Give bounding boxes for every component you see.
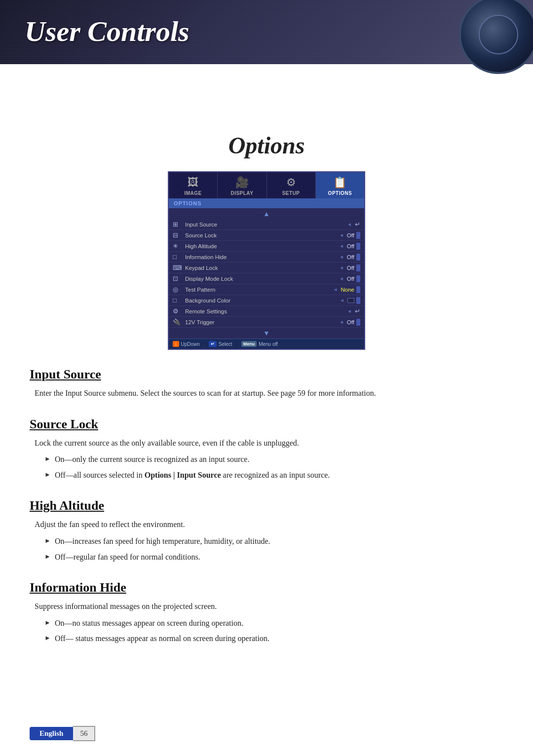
menu-row-keypad-lock[interactable]: ⌨ Keypad Lock ◄ Off — [169, 263, 364, 273]
bg-color-sep: ◄ — [340, 298, 344, 303]
select-icon: ↵ — [209, 341, 217, 347]
source-lock-body: Lock the current source as the only avai… — [35, 437, 503, 450]
menu-row-info-hide[interactable]: □ Information Hide ◄ Off — [169, 252, 364, 263]
test-pattern-indicator — [356, 286, 360, 293]
menu-section-header: OPTIONS — [169, 198, 364, 208]
info-hide-heading: Information Hide — [30, 580, 503, 595]
display-tab-icon: 🎥 — [235, 176, 249, 189]
display-tab-label: DISPLAY — [230, 190, 253, 196]
display-mode-lock-label: Display Mode Lock — [185, 276, 336, 282]
bullet-arrow-icon: ► — [44, 454, 51, 464]
input-source-sep: ◄ — [347, 222, 352, 227]
menu-footer: ↕ UpDown ↵ Select Menu Menu off — [169, 339, 364, 349]
image-tab-icon: 🖼 — [188, 176, 198, 189]
page-footer: English 56 — [0, 726, 533, 741]
input-source-icon: ⊞ — [173, 221, 183, 228]
source-lock-icon: ⊟ — [173, 231, 183, 239]
keypad-lock-label: Keypad Lock — [185, 265, 336, 271]
high-altitude-bullets: ► On—increases fan speed for high temper… — [44, 535, 503, 563]
menu-off-label: Menu off — [259, 341, 278, 347]
section-title-options: Options — [30, 132, 503, 159]
remote-settings-sep: ◄ — [347, 308, 352, 314]
info-hide-icon: □ — [173, 253, 183, 261]
menu-scroll-up[interactable]: ▲ — [169, 208, 364, 219]
list-item: ► On—no status messages appear on screen… — [44, 617, 503, 630]
12v-trigger-sep: ◄ — [339, 319, 344, 325]
page-title: User Controls — [0, 0, 533, 58]
list-item: ► On—increases fan speed for high temper… — [44, 535, 503, 548]
remote-settings-value: ↵ — [355, 307, 360, 315]
high-altitude-label: High Altitude — [185, 243, 336, 249]
display-mode-lock-icon: ⊡ — [173, 275, 183, 282]
tab-display[interactable]: 🎥 DISPLAY — [218, 172, 266, 198]
bullet-arrow-icon: ► — [44, 618, 51, 628]
display-mode-lock-sep: ◄ — [339, 276, 344, 281]
bullet-arrow-icon: ► — [44, 552, 51, 562]
menu-row-12v-trigger[interactable]: 🔌 12V Trigger ◄ Off — [169, 317, 364, 328]
remote-settings-icon: ⚙ — [173, 307, 183, 315]
high-altitude-body: Adjust the fan speed to reflect the envi… — [35, 518, 503, 531]
test-pattern-value: None — [341, 287, 355, 293]
options-tab-label: OPTIONS — [328, 190, 352, 196]
source-lock-indicator — [356, 232, 360, 239]
menu-scroll-down[interactable]: ▼ — [169, 328, 364, 339]
menu-tabs: 🖼 IMAGE 🎥 DISPLAY ⚙ SETUP 📋 OPTIONS — [169, 172, 364, 198]
list-item: ► Off—all sources selected in Options | … — [44, 469, 503, 482]
keypad-lock-icon: ⌨ — [173, 264, 183, 271]
list-item: ► On—only the current source is recogniz… — [44, 453, 503, 466]
bullet-text: Off— status messages appear as normal on… — [55, 632, 269, 645]
12v-trigger-indicator — [356, 319, 360, 326]
language-badge: English — [30, 727, 73, 740]
bullet-arrow-icon: ► — [44, 470, 51, 480]
list-item: ► Off— status messages appear as normal … — [44, 632, 503, 645]
high-altitude-heading: High Altitude — [30, 498, 503, 513]
input-source-heading: Input Source — [30, 367, 503, 382]
tab-setup[interactable]: ⚙ SETUP — [267, 172, 316, 198]
keypad-lock-indicator — [356, 265, 360, 271]
list-item: ► Off—regular fan speed for normal condi… — [44, 551, 503, 564]
footer-menu-off: Menu Menu off — [241, 341, 278, 347]
keypad-lock-value: Off — [347, 265, 354, 271]
bullet-text: Off—all sources selected in Options | In… — [55, 469, 330, 482]
12v-trigger-value: Off — [347, 319, 354, 325]
tab-image[interactable]: 🖼 IMAGE — [169, 172, 218, 198]
high-altitude-indicator — [356, 243, 360, 250]
test-pattern-label: Test Pattern — [185, 287, 330, 293]
footer-updown: ↕ UpDown — [173, 341, 200, 347]
test-pattern-sep: ◄ — [333, 287, 338, 292]
main-content: Options 🖼 IMAGE 🎥 DISPLAY ⚙ SETUP 📋 OPTI… — [0, 122, 533, 678]
menu-row-bg-color[interactable]: □ Background Color ◄ — [169, 295, 364, 306]
test-pattern-icon: ◎ — [173, 286, 183, 293]
remote-settings-label: Remote Settings — [185, 308, 344, 314]
menu-row-source-lock[interactable]: ⊟ Source Lock ◄ Off — [169, 230, 364, 241]
setup-tab-icon: ⚙ — [286, 176, 296, 189]
info-hide-indicator — [356, 254, 360, 261]
info-hide-sep: ◄ — [339, 254, 344, 260]
menu-row-high-altitude[interactable]: ✳ High Altitude ◄ Off — [169, 241, 364, 252]
bg-color-label: Background Color — [185, 298, 337, 303]
bullet-text: On—only the current source is recognized… — [55, 453, 250, 466]
options-tab-icon: 📋 — [333, 176, 346, 189]
footer-select: ↵ Select — [209, 341, 232, 347]
menu-row-input-source[interactable]: ⊞ Input Source ◄ ↵ — [169, 219, 364, 230]
tab-options[interactable]: 📋 OPTIONS — [316, 172, 364, 198]
source-lock-heading: Source Lock — [30, 417, 503, 432]
info-hide-label: Information Hide — [185, 254, 336, 260]
updown-icon: ↕ — [173, 341, 179, 347]
bullet-text: On—increases fan speed for high temperat… — [55, 535, 270, 548]
info-hide-value: Off — [347, 254, 354, 260]
menu-off-icon: Menu — [241, 341, 257, 347]
image-tab-label: IMAGE — [184, 190, 201, 196]
bullet-arrow-icon: ► — [44, 633, 51, 643]
menu-row-remote-settings[interactable]: ⚙ Remote Settings ◄ ↵ — [169, 306, 364, 317]
12v-trigger-label: 12V Trigger — [185, 319, 336, 325]
source-lock-label: Source Lock — [185, 232, 336, 238]
input-source-label: Input Source — [185, 222, 344, 227]
bullet-text: On—no status messages appear on screen d… — [55, 617, 243, 630]
high-altitude-value: Off — [347, 243, 354, 249]
bg-color-swatch — [347, 298, 354, 303]
menu-row-display-mode-lock[interactable]: ⊡ Display Mode Lock ◄ Off — [169, 273, 364, 284]
menu-row-test-pattern[interactable]: ◎ Test Pattern ◄ None — [169, 284, 364, 295]
display-mode-lock-indicator — [356, 275, 360, 282]
bg-color-icon: □ — [173, 297, 183, 304]
